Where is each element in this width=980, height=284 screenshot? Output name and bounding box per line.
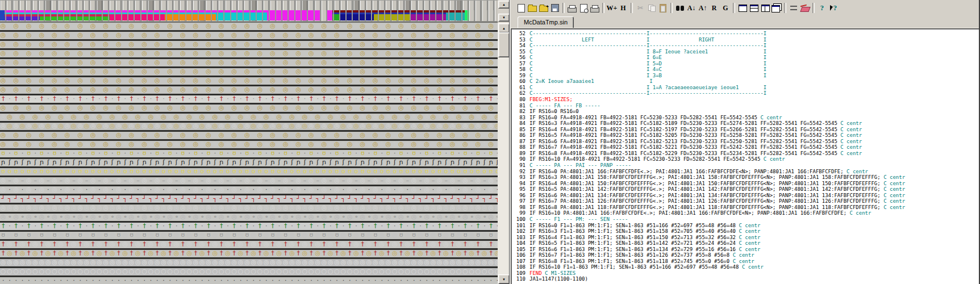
stitch-symbol[interactable]: ◎ xyxy=(32,23,38,30)
stitch-symbol[interactable]: ◎ xyxy=(244,77,250,85)
stitch-symbol[interactable]: ◎ xyxy=(424,214,430,221)
stitch-symbol[interactable]: ◎ xyxy=(193,204,199,212)
stitch-symbol[interactable]: ◎ xyxy=(417,250,423,257)
stitch-symbol[interactable]: ◎ xyxy=(308,214,314,221)
stitch-symbol[interactable]: ◎ xyxy=(32,241,38,248)
stitch-symbol[interactable]: ◎ xyxy=(327,114,333,121)
stitch-symbol[interactable]: ◎ xyxy=(430,86,436,94)
stitch-symbol[interactable]: ʊ xyxy=(167,168,173,176)
stitch-symbol[interactable]: ○ xyxy=(321,268,327,275)
stitch-symbol[interactable]: ◎ xyxy=(193,105,199,112)
stitch-symbol[interactable]: ◎ xyxy=(391,250,398,257)
stitch-symbol[interactable]: † xyxy=(295,241,302,248)
stitch-symbol[interactable]: ʊ xyxy=(321,168,327,176)
stitch-symbol[interactable]: ʃ xyxy=(391,159,398,166)
stitch-symbol[interactable]: ∘ xyxy=(122,214,128,221)
stitch-symbol[interactable]: † xyxy=(436,95,443,103)
stitch-symbol[interactable]: · xyxy=(302,95,308,103)
stitch-symbol[interactable]: ◎ xyxy=(289,123,295,130)
stitch-symbol[interactable]: ◎ xyxy=(282,86,289,94)
stitch-symbol[interactable]: ɲ xyxy=(141,159,148,166)
stitch-symbol[interactable]: ◎ xyxy=(32,259,38,266)
stitch-symbol[interactable]: † xyxy=(244,250,250,257)
stitch-symbol[interactable]: ◎ xyxy=(360,105,366,112)
stitch-symbol[interactable]: ◎ xyxy=(411,204,417,212)
stitch-symbol[interactable]: ʊ xyxy=(385,232,391,239)
stitch-symbol[interactable]: o xyxy=(315,168,321,176)
stitch-symbol[interactable]: ◎ xyxy=(224,32,231,39)
stitch-symbol[interactable]: ◎ xyxy=(218,132,224,139)
stitch-symbol[interactable]: ʊ xyxy=(398,168,404,176)
stitch-symbol[interactable]: ʃ xyxy=(19,159,26,166)
stitch-symbol[interactable]: ◎ xyxy=(135,68,141,76)
stitch-symbol[interactable]: † xyxy=(449,241,456,248)
stitch-symbol[interactable]: ○ xyxy=(295,268,302,275)
stitch-symbol[interactable]: ◎ xyxy=(333,23,340,30)
stitch-symbol[interactable]: † xyxy=(436,250,443,257)
stitch-symbol[interactable]: ◎ xyxy=(417,59,423,66)
stitch-symbol[interactable]: ◎ xyxy=(206,68,212,76)
stitch-symbol[interactable]: ◎ xyxy=(308,86,314,94)
stitch-symbol[interactable]: ◎ xyxy=(430,259,436,266)
stitch-symbol[interactable]: ◎ xyxy=(282,186,289,194)
stitch-symbol[interactable]: ɲ xyxy=(321,159,327,166)
stitch-symbol[interactable]: ◎ xyxy=(224,50,231,57)
stitch-symbol[interactable]: ◎ xyxy=(424,132,430,139)
stitch-symbol[interactable]: ◎ xyxy=(424,204,430,212)
find-button[interactable] xyxy=(674,2,686,14)
stitch-symbol[interactable]: ◎ xyxy=(237,32,244,39)
stitch-symbol[interactable]: ◎ xyxy=(372,86,378,94)
stitch-symbol[interactable]: · xyxy=(340,277,347,284)
stitch-symbol[interactable]: ◎ xyxy=(96,50,102,57)
stitch-symbol[interactable]: ◎ xyxy=(64,59,70,66)
stitch-symbol[interactable]: · xyxy=(443,186,449,194)
stitch-symbol[interactable]: · xyxy=(469,223,475,230)
stitch-symbol[interactable]: ◎ xyxy=(488,141,494,148)
save-button[interactable] xyxy=(549,2,561,14)
stitch-symbol[interactable]: · xyxy=(173,150,180,157)
stitch-symbol[interactable]: ┘ xyxy=(26,195,32,203)
stitch-symbol[interactable]: ◎ xyxy=(90,77,96,85)
stitch-symbol[interactable]: ∘ xyxy=(469,214,475,221)
stitch-symbol[interactable]: ◎ xyxy=(154,177,160,185)
stitch-symbol[interactable]: ◎ xyxy=(218,23,224,30)
stitch-symbol[interactable]: ◎ xyxy=(276,114,282,121)
stitch-symbol[interactable]: ɲ xyxy=(424,159,430,166)
stitch-symbol[interactable]: ◎ xyxy=(6,68,12,76)
stitch-symbol[interactable]: ◎ xyxy=(109,32,115,39)
stitch-symbol[interactable]: ◎ xyxy=(167,50,173,57)
stitch-symbol[interactable]: · xyxy=(289,223,295,230)
stitch-symbol[interactable]: † xyxy=(13,223,19,230)
stitch-symbol[interactable]: ◎ xyxy=(39,86,45,94)
stitch-symbol[interactable]: ʊ xyxy=(0,150,6,157)
stitch-symbol[interactable]: ◎ xyxy=(327,77,333,85)
stitch-symbol[interactable]: ◎ xyxy=(109,132,115,139)
stitch-symbol[interactable]: ◎ xyxy=(360,204,366,212)
stitch-symbol[interactable]: † xyxy=(282,223,289,230)
stitch-symbol[interactable]: † xyxy=(115,95,122,103)
stitch-symbol[interactable]: ◎ xyxy=(77,123,84,130)
stitch-symbol[interactable]: ◎ xyxy=(404,23,411,30)
stitch-symbol[interactable]: ┘ xyxy=(282,195,289,203)
stitch-symbol[interactable]: o xyxy=(224,168,231,176)
stitch-symbol[interactable]: ◎ xyxy=(244,41,250,48)
stitch-symbol[interactable]: ◎ xyxy=(251,59,257,66)
stitch-symbol[interactable]: ◎ xyxy=(237,232,244,239)
stitch-symbol[interactable]: ʊ xyxy=(218,232,224,239)
stitch-symbol[interactable]: ◎ xyxy=(199,105,205,112)
stitch-symbol[interactable]: ◎ xyxy=(251,86,257,94)
stitch-symbol[interactable]: ◎ xyxy=(366,41,372,48)
stitch-symbol[interactable]: ʊ xyxy=(128,168,135,176)
stitch-symbol[interactable]: ◎ xyxy=(315,123,321,130)
stitch-symbol[interactable]: ◎ xyxy=(32,123,38,130)
stitch-symbol[interactable]: ◎ xyxy=(469,232,475,239)
stitch-symbol[interactable]: ◎ xyxy=(430,50,436,57)
stitch-symbol[interactable]: ◎ xyxy=(340,32,347,39)
stitch-symbol[interactable]: ◎ xyxy=(231,32,237,39)
stitch-symbol[interactable]: ◎ xyxy=(186,41,193,48)
stitch-symbol[interactable]: ʊ xyxy=(180,232,186,239)
stitch-symbol[interactable]: ○ xyxy=(327,268,333,275)
stitch-symbol[interactable]: ◎ xyxy=(154,214,160,221)
stitch-symbol[interactable]: ┐ xyxy=(404,195,411,203)
stitch-symbol[interactable]: ◎ xyxy=(0,86,6,94)
